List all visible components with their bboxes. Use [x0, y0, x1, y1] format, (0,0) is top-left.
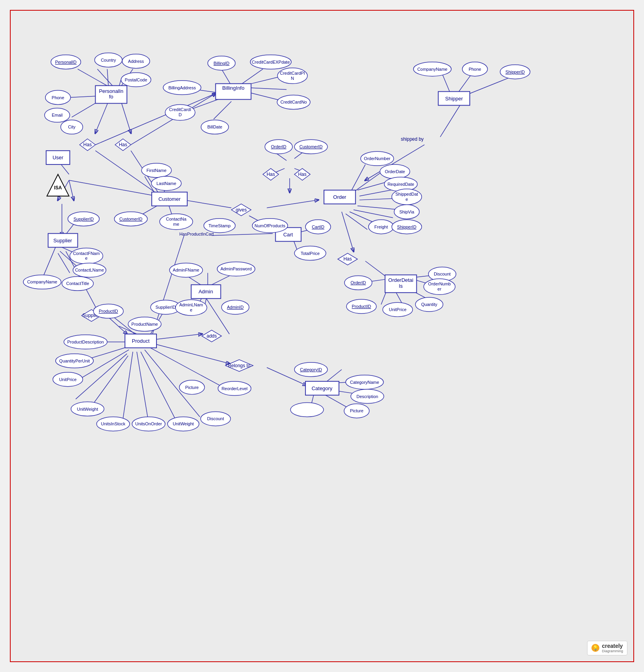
- attr-shippeddate-label2: e: [405, 197, 408, 202]
- attr-unitsonorder: UnitsOnOrder: [132, 417, 165, 431]
- attr-unitprice-od: UnitPrice: [383, 302, 413, 317]
- entity-admin: Admin: [191, 285, 221, 298]
- entity-product: Product: [125, 334, 156, 348]
- attr-shipperid-shipper: ShipperID: [500, 65, 530, 79]
- attr-productname-label: ProductName: [132, 322, 158, 327]
- attr-shipperid-order-label: ShipperID: [397, 225, 416, 229]
- attr-reorderlevel-label: ReorderLevel: [222, 386, 248, 391]
- attr-customerid-customer-label: CustomerID: [119, 217, 143, 221]
- attr-totalprice-label: TotalPrice: [301, 251, 320, 256]
- attr-reorderlevel: ReorderLevel: [218, 381, 251, 396]
- attr-productid-label: ProductID: [99, 309, 118, 313]
- svg-line-1: [107, 69, 108, 87]
- svg-line-83: [204, 294, 230, 334]
- attr-contacttitle-label: ContactTitle: [66, 281, 89, 286]
- attr-creditcardno: CreditCardNo: [277, 95, 310, 109]
- entity-user: User: [46, 151, 70, 164]
- svg-line-34: [354, 172, 381, 192]
- attr-categoryid: CategoryID: [294, 362, 328, 377]
- entity-customer-label: Customer: [158, 196, 181, 202]
- attr-address-label: Address: [128, 59, 144, 64]
- attr-discount-product-label: Discount: [207, 416, 224, 421]
- entity-customer: Customer: [152, 192, 187, 206]
- rel-shippedby-label: shipped by: [401, 136, 424, 142]
- attr-creditcardpin-label2: N: [291, 76, 294, 81]
- attr-adminid-label: AdminID: [227, 305, 244, 310]
- attr-timestamp: TimeStamp: [204, 219, 235, 233]
- attr-picture-product: Picture: [179, 380, 205, 395]
- er-diagram: PersonalIn fo BillingInfo Customer Order…: [11, 11, 633, 661]
- attr-orderid-order: OrderID: [265, 140, 292, 154]
- rel-has-billing-right: Has: [294, 168, 310, 180]
- attr-unitprice-product-label: UnitPrice: [59, 377, 77, 382]
- attr-postalcode: PostalCode: [121, 73, 151, 87]
- rel-adds: adds: [202, 330, 222, 342]
- attr-unitsonorder-label: UnitsOnOrder: [135, 421, 162, 426]
- attr-ordernumber-od-label1: OrderNumb: [428, 281, 451, 286]
- attr-shipperid-shipper-label: ShipperID: [505, 70, 525, 74]
- attr-picture-cat-label: Picture: [350, 409, 363, 413]
- attr-personalid-label: PersonalID: [55, 60, 77, 64]
- attr-billdate-label: BillDate: [207, 125, 222, 129]
- attr-personalid: PersonalID: [51, 55, 81, 69]
- attr-billingaddress-label: BillingAddress: [168, 85, 196, 90]
- attr-picture-product-label: Picture: [185, 385, 199, 390]
- entity-category: Category: [305, 381, 339, 395]
- svg-line-97: [212, 234, 273, 236]
- attr-phone-personal-label: Phone: [52, 95, 64, 100]
- attr-orderid-od-label: OrderID: [350, 280, 366, 285]
- attr-numofproducts: NumOfProducts: [252, 219, 288, 233]
- attr-billdate: BillDate: [201, 120, 229, 134]
- svg-line-17: [214, 102, 232, 119]
- svg-line-82: [151, 334, 202, 340]
- attr-companyname-supplier-label: CompanyName: [27, 279, 57, 284]
- attr-adminpassword: AdminPassword: [217, 262, 255, 276]
- attr-email-label: Email: [52, 113, 62, 117]
- attr-supplierid-product-label: SupplierID: [155, 305, 175, 310]
- attr-phone-shipper: Phone: [462, 62, 488, 76]
- attr-shippeddate-label1: ShippedDat: [395, 192, 418, 196]
- svg-line-8: [121, 102, 131, 133]
- attr-billingaddress: BillingAddress: [163, 81, 201, 95]
- attr-contacttitle: ContactTitle: [62, 276, 94, 291]
- rel-adds-label: adds: [207, 333, 217, 339]
- entity-product-label: Product: [132, 338, 150, 344]
- attr-country-label: Country: [101, 58, 116, 62]
- attr-categoryname: CategoryName: [346, 375, 384, 389]
- attr-companyname-supplier: CompanyName: [23, 275, 61, 289]
- attr-quantityperunit-label: QuantityPerUnit: [59, 359, 90, 363]
- svg-text:ls: ls: [399, 283, 403, 289]
- attr-shipvia: ShipVia: [394, 205, 420, 219]
- svg-line-3: [97, 69, 113, 87]
- attr-lastname: LastName: [151, 176, 181, 191]
- attr-orderid-order-label: OrderID: [271, 144, 286, 149]
- attr-picture-cat: Picture: [344, 404, 369, 418]
- attr-categoryid-label: CategoryID: [300, 367, 322, 372]
- attr-adminfname: AdminFName: [169, 263, 203, 277]
- rel-has-billing-left: Has: [263, 168, 279, 180]
- attr-companyname-shipper-label: CompanyName: [417, 67, 447, 72]
- rel-gives: gives: [232, 204, 251, 216]
- rel-hasproductincart-label: HasProductInCart: [179, 232, 214, 236]
- watermark: 💡 creately Diagramming: [587, 641, 627, 655]
- entity-supplier: Supplier: [48, 234, 78, 247]
- attr-freight: Freight: [369, 220, 394, 234]
- svg-line-76: [89, 356, 128, 409]
- attr-country: Country: [94, 53, 122, 67]
- attr-contactname-label1: ContactNa: [166, 217, 187, 221]
- entity-shipper: Shipper: [438, 92, 470, 106]
- entity-order-label: Order: [333, 194, 346, 200]
- attr-lastname-label: LastName: [156, 181, 176, 186]
- attr-shipperid-order: ShipperID: [392, 220, 422, 234]
- attr-adminlname-label1: AdminLNam: [179, 302, 203, 307]
- rel-has-orderdetails-label: Has: [343, 256, 352, 262]
- attr-shippeddate: ShippedDat e: [392, 189, 422, 205]
- svg-point-189: [290, 403, 324, 417]
- attr-adminid: AdminID: [222, 300, 249, 314]
- attr-creditcardno-label: CreditCardNo: [281, 100, 307, 104]
- attr-contactlname: ContactLName: [73, 263, 106, 277]
- attr-orderdate: OrderDate: [380, 164, 410, 179]
- attr-unitsinstock-label: UnitsInStock: [101, 421, 126, 426]
- entity-user-label: User: [53, 155, 64, 160]
- svg-line-0: [78, 69, 109, 87]
